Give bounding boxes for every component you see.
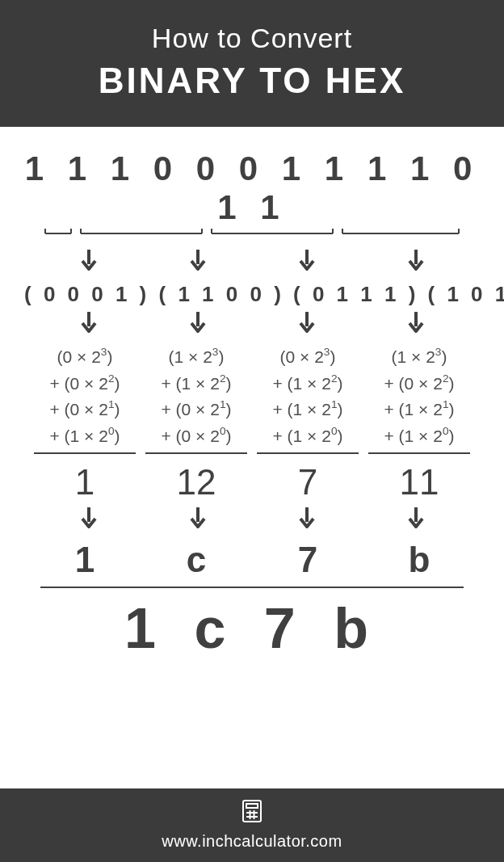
arrow-icon	[80, 507, 98, 532]
arrow-row-3	[34, 507, 470, 532]
calculator-icon	[0, 798, 504, 827]
footer: www.inchcalculator.com	[0, 788, 504, 862]
nibble-4: ( 1 0 1 1 )	[428, 282, 504, 306]
calc-col-3: (0 × 23) + (1 × 22) + (1 × 21) + (1 × 20…	[252, 344, 363, 449]
arrow-icon	[298, 507, 316, 532]
hex-digit-1: 1	[29, 540, 141, 580]
decimal-3: 7	[252, 462, 363, 502]
decimal-4: 11	[363, 462, 475, 502]
header-subtitle: How to Convert	[16, 23, 488, 54]
arrow-icon	[80, 250, 98, 274]
arrow-row-2	[34, 312, 470, 336]
arrow-icon	[407, 312, 425, 336]
decimal-results: 1 12 7 11	[24, 462, 480, 502]
arrow-icon	[189, 312, 207, 336]
hex-digit-4: b	[363, 540, 475, 580]
calc-col-1: (0 × 23) + (0 × 22) + (0 × 21) + (1 × 20…	[29, 344, 141, 449]
nibble-2: ( 1 1 0 0 )	[159, 282, 284, 306]
grouping-brackets	[24, 225, 480, 243]
hex-result: 1 c 7 b	[24, 596, 480, 661]
calc-underlines	[24, 452, 480, 454]
binary-input: 1 1 1 0 0 0 1 1 1 1 0 1 1	[24, 149, 480, 227]
arrow-icon	[298, 250, 316, 274]
svg-rect-1	[246, 804, 258, 808]
calc-col-2: (1 × 23) + (1 × 22) + (0 × 21) + (0 × 20…	[141, 344, 252, 449]
arrow-icon	[298, 312, 316, 336]
arrow-icon	[189, 507, 207, 532]
arrow-icon	[189, 250, 207, 274]
arrow-icon	[407, 250, 425, 274]
calc-col-4: (1 × 23) + (0 × 22) + (1 × 21) + (1 × 20…	[363, 344, 475, 449]
hex-digit-3: 7	[252, 540, 363, 580]
footer-url: www.inchcalculator.com	[0, 832, 504, 851]
decimal-1: 1	[29, 462, 141, 502]
hex-digit-2: c	[141, 540, 252, 580]
arrow-icon	[407, 507, 425, 532]
hex-digits: 1 c 7 b	[24, 540, 480, 580]
diagram-content: 1 1 1 0 0 0 1 1 1 1 0 1 1 ( 0 0 0 1 ) ( …	[0, 127, 504, 661]
header-title: BINARY TO HEX	[16, 61, 488, 101]
decimal-2: 12	[141, 462, 252, 502]
nibble-3: ( 0 1 1 1 )	[293, 282, 418, 306]
arrow-icon	[80, 312, 98, 336]
header: How to Convert BINARY TO HEX	[0, 0, 504, 127]
result-underline	[40, 587, 464, 588]
nibble-1: ( 0 0 0 1 )	[24, 282, 149, 306]
calculation-grid: (0 × 23) + (0 × 22) + (0 × 21) + (1 × 20…	[24, 344, 480, 449]
arrow-row-1	[34, 250, 470, 274]
nibble-groups: ( 0 0 0 1 ) ( 1 1 0 0 ) ( 0 1 1 1 ) ( 1 …	[24, 282, 480, 307]
